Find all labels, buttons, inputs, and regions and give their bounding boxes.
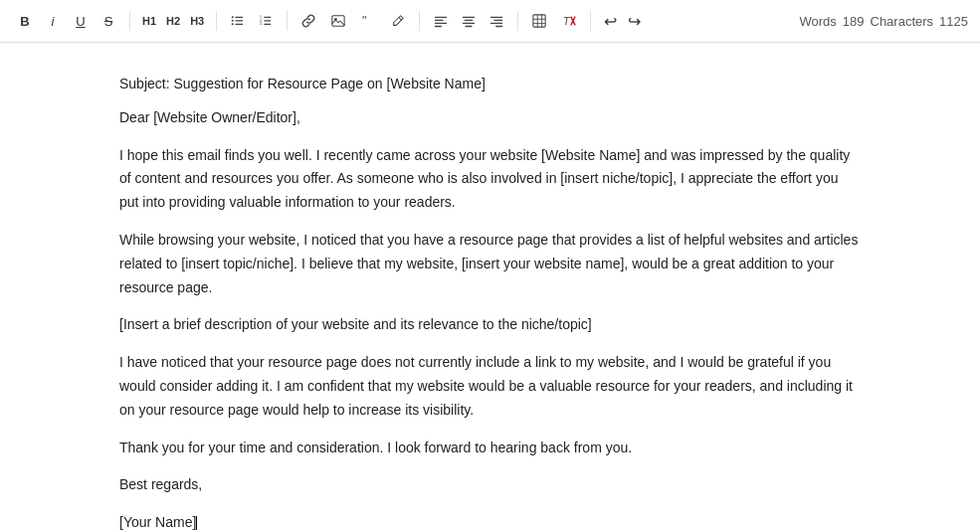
paragraph-1: I hope this email finds you well. I rece… xyxy=(119,144,861,215)
svg-rect-28 xyxy=(533,15,545,27)
h1-button[interactable]: H1 xyxy=(138,8,160,34)
paragraph-4: I have noticed that your resource page d… xyxy=(119,351,861,422)
link-button[interactable] xyxy=(295,8,321,34)
svg-rect-21 xyxy=(465,20,474,21)
separator-4 xyxy=(419,11,420,31)
highlight-button[interactable] xyxy=(385,8,411,34)
word-count-area: Words 189 Characters 1125 xyxy=(799,14,968,29)
h3-button[interactable]: H3 xyxy=(186,8,208,34)
svg-rect-16 xyxy=(435,17,447,18)
svg-rect-23 xyxy=(466,26,473,27)
signature-text: [Your Name] xyxy=(119,514,196,530)
svg-text:3.: 3. xyxy=(260,22,263,26)
svg-rect-26 xyxy=(490,23,502,24)
text-cursor xyxy=(196,516,197,530)
clear-format-button[interactable]: T xyxy=(556,8,582,34)
svg-rect-25 xyxy=(494,20,503,21)
table-button[interactable] xyxy=(526,8,552,34)
svg-rect-8 xyxy=(264,24,271,25)
align-left-button[interactable] xyxy=(428,8,454,34)
chars-label: Characters xyxy=(871,14,934,29)
svg-rect-12 xyxy=(332,16,344,27)
chars-value: 1125 xyxy=(939,14,968,29)
svg-rect-18 xyxy=(435,23,447,24)
separator-2 xyxy=(216,11,217,31)
editor-area[interactable]: Subject: Suggestion for Resource Page on… xyxy=(0,43,980,530)
svg-rect-27 xyxy=(495,26,502,27)
quote-button[interactable]: " xyxy=(355,8,381,34)
svg-text:T: T xyxy=(563,15,571,27)
undo-redo-group: ↩ ↪ xyxy=(599,10,645,32)
greeting-line: Dear [Website Owner/Editor], xyxy=(119,106,861,130)
svg-rect-17 xyxy=(435,20,444,21)
svg-rect-6 xyxy=(264,17,271,18)
italic-button[interactable]: i xyxy=(40,8,66,34)
unordered-list-button[interactable] xyxy=(225,8,251,34)
undo-button[interactable]: ↩ xyxy=(599,10,621,32)
svg-line-15 xyxy=(399,18,402,21)
align-center-button[interactable] xyxy=(456,8,482,34)
text-format-group: B i U S xyxy=(12,8,121,34)
paragraph-5: Thank you for your time and consideratio… xyxy=(119,437,861,460)
strikethrough-button[interactable]: S xyxy=(96,8,121,34)
svg-point-4 xyxy=(232,20,234,22)
separator-3 xyxy=(287,11,288,31)
closing-line: Best regards, xyxy=(119,473,861,497)
svg-rect-2 xyxy=(236,24,244,25)
separator-1 xyxy=(129,11,130,31)
svg-text:": " xyxy=(362,14,366,28)
svg-rect-1 xyxy=(236,20,244,21)
image-button[interactable] xyxy=(325,8,351,34)
underline-button[interactable]: U xyxy=(68,8,94,34)
bold-button[interactable]: B xyxy=(12,8,38,34)
svg-rect-7 xyxy=(264,20,271,21)
words-label: Words xyxy=(799,14,836,29)
svg-rect-0 xyxy=(236,17,244,18)
subject-line: Subject: Suggestion for Resource Page on… xyxy=(119,73,861,96)
words-value: 189 xyxy=(843,14,865,29)
svg-rect-19 xyxy=(435,26,442,27)
svg-rect-22 xyxy=(463,23,475,24)
editor-content[interactable]: Subject: Suggestion for Resource Page on… xyxy=(119,73,861,530)
ordered-list-button[interactable]: 1. 2. 3. xyxy=(253,8,279,34)
toolbar: B i U S H1 H2 H3 1. xyxy=(0,0,980,43)
paragraph-3: [Insert a brief description of your webs… xyxy=(119,313,861,337)
svg-point-5 xyxy=(232,23,234,25)
svg-rect-24 xyxy=(490,17,502,18)
align-right-button[interactable] xyxy=(484,8,509,34)
align-group xyxy=(428,8,509,34)
signature-line: [Your Name] xyxy=(119,511,861,530)
list-group: 1. 2. 3. xyxy=(225,8,279,34)
separator-6 xyxy=(590,11,591,31)
h2-button[interactable]: H2 xyxy=(162,8,184,34)
svg-rect-20 xyxy=(463,17,475,18)
redo-button[interactable]: ↪ xyxy=(623,10,645,32)
heading-group: H1 H2 H3 xyxy=(138,8,208,34)
svg-point-3 xyxy=(232,16,234,18)
separator-5 xyxy=(517,11,518,31)
paragraph-2: While browsing your website, I noticed t… xyxy=(119,229,861,299)
